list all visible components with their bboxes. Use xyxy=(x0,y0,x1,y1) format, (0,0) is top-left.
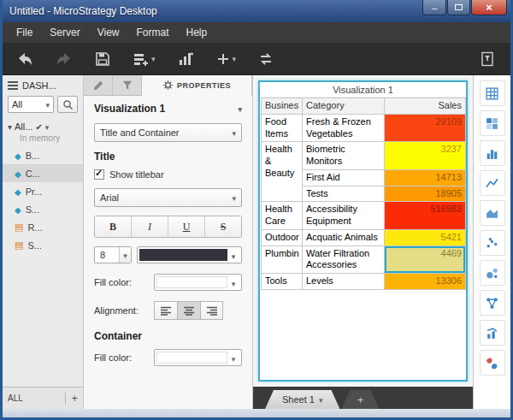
panel-footer-label[interactable]: ALL xyxy=(8,393,23,403)
sales-cell[interactable]: 14713 xyxy=(385,169,466,186)
grid-row: Health & Beauty Biometric Monitors 3237 xyxy=(262,142,466,170)
dataset-item[interactable]: B... xyxy=(3,146,83,164)
save-button[interactable] xyxy=(90,48,115,70)
line-chart-icon[interactable] xyxy=(480,170,505,196)
tab-edit[interactable] xyxy=(84,75,113,95)
grid-icon[interactable] xyxy=(480,80,505,106)
forward-button[interactable] xyxy=(50,48,78,70)
filter-panel-button[interactable] xyxy=(475,48,500,70)
category-cell[interactable]: First Aid xyxy=(303,169,385,186)
panel-menu-icon[interactable] xyxy=(8,81,18,90)
dataset-item[interactable]: S... xyxy=(3,200,83,218)
add-data-button[interactable]: ▾ xyxy=(127,48,161,70)
area-chart-icon[interactable] xyxy=(480,200,505,226)
business-cell[interactable]: Food Items xyxy=(262,114,303,142)
underline-button[interactable]: U xyxy=(168,216,205,237)
object-filter-dropdown[interactable]: All xyxy=(8,96,54,113)
category-cell[interactable]: Levels xyxy=(303,274,385,290)
scope-dropdown[interactable]: Title and Container xyxy=(94,123,242,142)
chevron-down-icon xyxy=(232,247,236,263)
business-cell[interactable]: Health Care xyxy=(262,202,303,230)
dataset-item[interactable]: Pr... xyxy=(3,182,83,200)
attribute-icon xyxy=(15,186,21,197)
attribute-icon xyxy=(15,204,21,215)
fill-color-swatch xyxy=(156,352,227,364)
sales-cell[interactable]: 3237 xyxy=(385,142,466,170)
menu-file[interactable]: File xyxy=(8,23,41,42)
sales-cell-selected[interactable]: 4469 xyxy=(385,245,466,274)
font-color-dropdown[interactable] xyxy=(137,246,242,263)
category-cell[interactable]: Tests xyxy=(303,186,385,202)
sales-cell[interactable]: 18905 xyxy=(385,186,466,202)
strikethrough-button[interactable]: S xyxy=(205,216,241,237)
expander-icon[interactable] xyxy=(8,121,12,132)
align-right-icon xyxy=(206,306,218,316)
dataset-item[interactable]: C... xyxy=(3,164,83,182)
category-cell[interactable]: Accessibility Equipment xyxy=(303,202,385,230)
sales-cell[interactable]: 516983 xyxy=(385,202,466,230)
menu-format[interactable]: Format xyxy=(127,23,177,42)
sales-cell[interactable]: 29109 xyxy=(385,114,466,142)
align-center-button[interactable] xyxy=(177,301,200,320)
chevron-down-icon[interactable] xyxy=(319,394,323,405)
sales-cell[interactable]: 13306 xyxy=(385,274,466,290)
tab-properties[interactable]: PROPERTIES xyxy=(142,75,252,96)
column-header[interactable]: Sales xyxy=(385,98,466,115)
dataset-item[interactable]: S... xyxy=(3,236,83,254)
grid-row: Tools Levels 13306 xyxy=(262,274,466,290)
visualization-1[interactable]: Visualization 1 Busines Category Sales F… xyxy=(258,80,468,382)
close-button[interactable]: × xyxy=(471,0,507,15)
category-cell[interactable]: Biometric Monitors xyxy=(303,142,385,170)
network-icon[interactable] xyxy=(480,290,505,316)
funnel-icon xyxy=(121,80,133,92)
search-button[interactable] xyxy=(57,96,78,113)
add-sheet-button[interactable]: + xyxy=(341,390,379,409)
pencil-icon xyxy=(92,80,104,92)
chevron-down-icon xyxy=(123,250,127,260)
dataset-root-item[interactable]: All... xyxy=(3,118,83,133)
back-button[interactable] xyxy=(11,48,38,70)
insert-element-button[interactable]: ▾ xyxy=(211,49,242,69)
font-size-dropdown[interactable]: 8 xyxy=(94,246,132,263)
insert-visualization-button[interactable] xyxy=(173,48,199,70)
category-cell[interactable]: Acquatic Animals xyxy=(303,229,385,245)
business-cell[interactable]: Plumbin xyxy=(262,245,303,274)
align-left-button[interactable] xyxy=(154,301,177,320)
scatter-chart-icon[interactable] xyxy=(480,230,505,256)
column-header[interactable]: Category xyxy=(303,98,385,115)
dataset-item[interactable]: R... xyxy=(3,218,83,236)
tab-filter[interactable] xyxy=(113,75,142,95)
menu-help[interactable]: Help xyxy=(178,23,216,42)
maximize-button[interactable] xyxy=(447,0,470,15)
menu-view[interactable]: View xyxy=(89,23,128,42)
business-cell[interactable]: Health & Beauty xyxy=(262,142,303,202)
align-right-button[interactable] xyxy=(200,301,223,320)
map-icon[interactable] xyxy=(480,350,505,376)
combo-chart-icon[interactable] xyxy=(480,320,505,346)
tab-sheet-1[interactable]: Sheet 1 xyxy=(265,390,339,409)
visualization-selector[interactable]: Visualization 1 xyxy=(94,103,242,115)
business-cell[interactable]: Tools xyxy=(262,274,303,290)
sales-cell[interactable]: 5421 xyxy=(385,229,466,245)
bubble-chart-icon[interactable] xyxy=(480,260,505,286)
refresh-button[interactable] xyxy=(253,48,279,70)
category-cell[interactable]: Water Filtration Accessories xyxy=(303,245,385,274)
business-cell[interactable]: Outdoor xyxy=(262,229,303,245)
bar-chart-icon[interactable] xyxy=(480,140,505,166)
title-fill-color-dropdown[interactable] xyxy=(154,274,242,291)
add-panel-button[interactable]: + xyxy=(71,392,78,405)
container-fill-color-dropdown[interactable] xyxy=(154,349,242,366)
font-family-dropdown[interactable]: Arial xyxy=(94,188,242,207)
chevron-down-icon[interactable] xyxy=(45,121,50,132)
category-cell[interactable]: Fresh & Frozen Vegetables xyxy=(303,114,385,142)
app-window: Untitled - MicroStrategy Desktop – × Fil… xyxy=(0,0,513,420)
show-titlebar-checkbox[interactable] xyxy=(94,169,104,180)
fill-color-swatch xyxy=(156,276,227,288)
menu-server[interactable]: Server xyxy=(41,23,88,42)
title-bar: Untitled - MicroStrategy Desktop – × xyxy=(3,0,510,22)
italic-button[interactable]: I xyxy=(132,216,168,237)
heatmap-icon[interactable] xyxy=(480,110,505,136)
minimize-button[interactable]: – xyxy=(422,0,446,15)
column-header[interactable]: Busines xyxy=(262,98,303,115)
bold-button[interactable]: B xyxy=(95,216,132,237)
